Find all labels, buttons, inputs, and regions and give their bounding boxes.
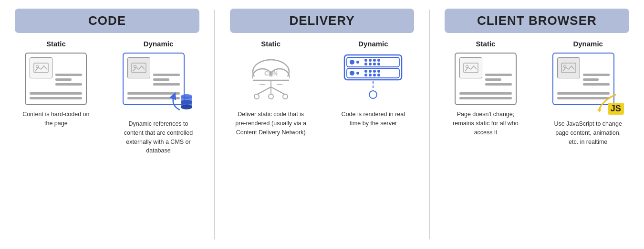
code-columns: Static Con [5,40,209,242]
client-section: CLIENT BROWSER Static [430,0,644,249]
client-dynamic-img [557,57,580,78]
delivery-static-title: Static [261,40,280,48]
client-title: CLIENT BROWSER [477,13,597,28]
svg-point-29 [373,59,376,62]
svg-point-8 [181,105,192,109]
client-dynamic-desc: Use JavaScript to change page content, a… [550,119,626,146]
delivery-columns: Static CDN [219,40,424,242]
server-wrapper [340,53,406,105]
code-dynamic-title: Dynamic [144,40,174,48]
delivery-static-desc: Deliver static code that is pre-rendered… [233,110,309,137]
client-dynamic-col: Dynamic [537,40,639,242]
code-static-title: Static [46,40,66,48]
svg-rect-50 [561,63,576,73]
client-static-desc: Page doesn't change; remains static for … [447,110,524,137]
delivery-title: DELIVERY [289,13,354,28]
delivery-section: DELIVERY Static CDN [215,0,429,249]
delivery-dynamic-col: Dynamic [322,40,425,242]
server-svg [340,53,406,105]
delivery-dynamic-title: Dynamic [358,40,388,48]
code-static-bottom [30,92,82,99]
code-title: CODE [88,13,126,28]
delivery-dynamic-desc: Code is rendered in real time by the ser… [335,110,411,128]
svg-point-26 [356,61,359,64]
code-dynamic-wrapper [123,53,194,115]
svg-point-47 [369,91,377,98]
svg-line-19 [271,87,285,95]
svg-rect-23 [344,55,402,80]
code-section: CODE Static [0,0,214,249]
svg-point-37 [356,72,359,75]
svg-point-36 [350,71,354,76]
client-static-doc [455,53,517,105]
svg-point-25 [350,60,354,65]
cdn-cloud-wrapper: CDN [238,53,304,105]
svg-point-43 [369,74,372,76]
svg-text:CDN: CDN [264,70,278,77]
svg-rect-2 [132,63,146,73]
client-dynamic-title: Dynamic [573,40,603,48]
svg-point-30 [377,59,380,62]
client-dynamic-wrapper: JS [552,53,624,115]
code-static-doc [25,53,87,105]
svg-point-33 [373,63,376,65]
svg-point-22 [283,94,288,99]
svg-point-38 [364,70,367,73]
svg-point-20 [254,94,259,99]
svg-rect-35 [347,68,399,78]
js-badge: JS [608,103,624,115]
client-columns: Static Pag [435,40,639,242]
svg-point-42 [364,74,367,76]
delivery-static-col: Static CDN [219,40,322,242]
svg-point-21 [269,94,273,99]
svg-point-31 [364,63,367,65]
code-dynamic-img [127,57,150,78]
svg-point-45 [377,74,380,76]
client-static-title: Static [476,40,496,48]
client-static-col: Static Pag [435,40,537,242]
client-header: CLIENT BROWSER [445,9,629,33]
code-static-desc: Content is hard-coded on the page [18,110,94,128]
svg-point-39 [369,70,372,73]
cdn-svg: CDN [238,53,304,105]
code-static-col: Static Con [5,40,107,242]
svg-line-17 [257,87,271,95]
svg-point-32 [369,63,372,65]
svg-rect-0 [34,63,48,73]
code-dynamic-desc: Dynamic references to content that are c… [120,119,197,155]
db-arrow-svg [166,86,194,115]
svg-rect-24 [347,57,399,67]
svg-point-34 [377,63,380,65]
svg-point-41 [377,70,380,73]
code-dynamic-col: Dynamic [107,40,210,242]
code-static-img [30,57,52,78]
client-static-img [459,57,482,78]
svg-point-40 [373,70,376,73]
svg-point-28 [369,59,372,62]
delivery-header: DELIVERY [230,9,414,33]
client-static-bottom [459,92,512,99]
svg-point-44 [373,74,376,76]
svg-point-27 [364,59,367,62]
code-header: CODE [15,9,199,33]
svg-rect-48 [464,63,478,73]
